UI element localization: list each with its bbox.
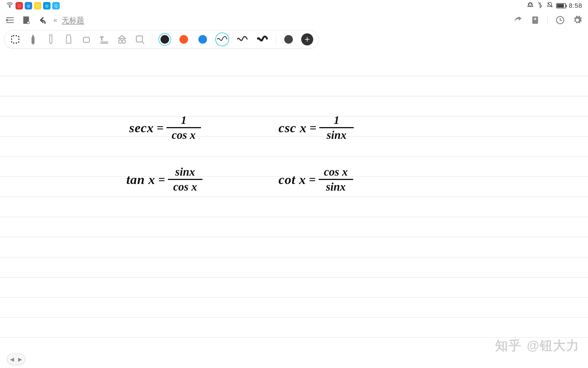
- eq-lhs: tan x: [126, 172, 155, 187]
- color-dot-icon: [160, 35, 169, 44]
- fraction: 1 cos x: [167, 113, 201, 142]
- select-tool-icon[interactable]: [134, 33, 146, 46]
- note-canvas[interactable]: secx = 1 cos x csc x = 1 sinx tan x = si…: [0, 50, 588, 368]
- equals-sign: =: [306, 172, 319, 186]
- denominator: sinx: [323, 180, 349, 194]
- toolbar-separator: [276, 34, 276, 45]
- svg-text:T: T: [100, 36, 103, 41]
- outline-toggle-icon[interactable]: [5, 15, 15, 25]
- toolbar: T +: [0, 29, 588, 50]
- color-dot-icon: [179, 35, 188, 44]
- eraser-tool-icon[interactable]: [81, 33, 92, 46]
- svg-marker-6: [5, 18, 7, 22]
- svg-point-1: [529, 3, 532, 6]
- svg-rect-12: [11, 36, 19, 43]
- svg-point-7: [27, 21, 30, 24]
- eq-lhs: secx: [129, 120, 154, 135]
- wifi-icon: [6, 1, 14, 11]
- alarm-icon: [527, 1, 534, 10]
- history-icon[interactable]: [555, 15, 565, 25]
- lasso-tool-icon[interactable]: [9, 33, 21, 46]
- divider: [548, 16, 548, 24]
- settings-icon[interactable]: [572, 15, 582, 25]
- color-orange[interactable]: [177, 33, 190, 46]
- equation-tanx: tan x = sinx cos x: [126, 165, 202, 194]
- equation-secx: secx = 1 cos x: [129, 113, 201, 142]
- ruled-line: [0, 237, 588, 237]
- color-blue[interactable]: [196, 33, 209, 46]
- svg-point-0: [9, 6, 10, 7]
- battery-icon: [556, 3, 566, 8]
- equation-cscx: csc x = 1 sinx: [278, 113, 354, 142]
- app-badge-3: □: [34, 2, 41, 9]
- fraction: sinx cos x: [168, 165, 202, 194]
- numerator: sinx: [172, 165, 198, 179]
- status-bar: □ ◎ □ ◎ Q 8:58: [0, 0, 588, 12]
- toolbar-separator: [152, 34, 152, 45]
- svg-rect-13: [84, 37, 90, 43]
- marker-tool-icon[interactable]: [45, 33, 57, 46]
- app-badge-5: Q: [52, 2, 60, 9]
- color-dot-icon: [284, 35, 293, 44]
- denominator: cos x: [170, 180, 200, 194]
- app-badge-2: ◎: [25, 2, 32, 9]
- fraction: cos x sinx: [319, 165, 353, 194]
- ruled-line: [0, 297, 588, 298]
- add-page-icon[interactable]: [530, 15, 540, 25]
- undo-icon[interactable]: [37, 15, 47, 25]
- fraction: 1 sinx: [319, 113, 354, 142]
- stroke-medium[interactable]: [235, 32, 249, 46]
- share-icon[interactable]: [513, 15, 523, 25]
- svg-rect-10: [535, 18, 536, 20]
- app-badge-4: ◎: [43, 2, 51, 9]
- color-dot-icon: [198, 35, 207, 44]
- highlighter-tool-icon[interactable]: [63, 33, 74, 46]
- svg-point-18: [119, 40, 122, 43]
- text-tool-icon[interactable]: T: [98, 33, 110, 46]
- notebook-icon[interactable]: [21, 15, 31, 25]
- shape-tool-icon[interactable]: [116, 33, 128, 46]
- svg-rect-3: [6, 17, 14, 18]
- svg-marker-17: [119, 36, 125, 39]
- fountain-pen-icon[interactable]: [27, 33, 39, 46]
- page-flipper[interactable]: ◀ ▶: [7, 354, 25, 365]
- mute-icon: [546, 1, 553, 10]
- eq-lhs: cot x: [278, 172, 306, 187]
- prev-page-icon[interactable]: ◀: [10, 356, 14, 363]
- tool-pill: T +: [4, 30, 319, 49]
- ruled-line: [0, 197, 588, 197]
- denominator: sinx: [324, 128, 349, 142]
- eq-lhs: csc x: [278, 120, 307, 135]
- ruled-line: [0, 96, 588, 96]
- numerator: 1: [331, 113, 342, 127]
- numerator: 1: [178, 113, 189, 127]
- watermark-at: @钮大力: [527, 337, 579, 354]
- equals-sign: =: [154, 121, 167, 135]
- svg-rect-20: [136, 36, 142, 42]
- add-tool-button[interactable]: +: [301, 33, 313, 45]
- svg-point-19: [122, 40, 125, 43]
- ruled-line: [0, 257, 588, 257]
- ruled-line: [0, 217, 588, 217]
- watermark: 知乎 @钮大力: [495, 337, 579, 354]
- title-bar: « 无标题: [0, 12, 588, 29]
- clock-time: 8:58: [569, 2, 582, 9]
- svg-rect-5: [6, 22, 14, 23]
- bluetooth-icon: [537, 1, 543, 10]
- color-black[interactable]: [158, 33, 171, 46]
- status-right-cluster: 8:58: [527, 1, 582, 10]
- status-left-cluster: □ ◎ □ ◎ Q: [6, 1, 60, 11]
- document-title[interactable]: 无标题: [62, 15, 84, 25]
- equation-cotx: cot x = cos x sinx: [278, 165, 353, 194]
- stroke-thin[interactable]: [215, 32, 229, 46]
- next-page-icon[interactable]: ▶: [18, 356, 22, 363]
- stroke-thick[interactable]: [256, 32, 269, 46]
- app-badge-1: □: [16, 2, 23, 9]
- collapse-chevrons-icon[interactable]: «: [53, 16, 55, 24]
- extra-color[interactable]: [282, 33, 295, 46]
- equals-sign: =: [155, 172, 168, 186]
- ruled-line: [0, 277, 588, 277]
- denominator: cos x: [169, 128, 198, 142]
- ruled-line: [0, 76, 588, 76]
- watermark-brand: 知乎: [495, 337, 522, 354]
